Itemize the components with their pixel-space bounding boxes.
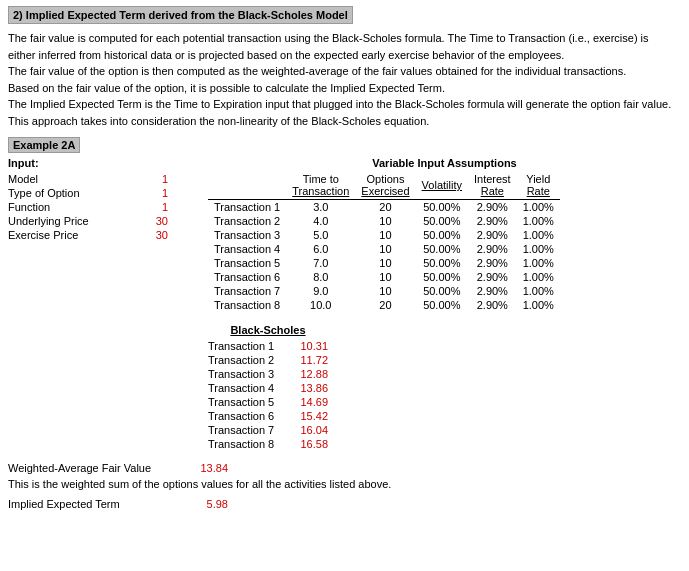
exercise-label: Exercise Price (8, 229, 128, 241)
header-title: 2) Implied Expected Term derived from th… (13, 9, 348, 21)
iet-label: Implied Expected Term (8, 498, 168, 510)
var-row-label: Transaction 1 (208, 200, 286, 215)
bs-row-value: 12.88 (292, 368, 328, 380)
bs-row: Transaction 2 11.72 (208, 354, 328, 366)
weighted-avg-label: Weighted-Average Fair Value (8, 462, 168, 474)
summary-section: Weighted-Average Fair Value 13.84 This i… (8, 462, 681, 510)
function-label: Function (8, 201, 128, 213)
left-inputs-panel: Input: Model 1 Type of Option 1 Function… (8, 157, 208, 312)
bs-row-value: 13.86 (292, 382, 328, 394)
description-block: The fair value is computed for each pote… (8, 30, 681, 129)
var-row-options: 10 (355, 256, 415, 270)
iet-row: Implied Expected Term 5.98 (8, 498, 681, 510)
desc-line-1: The fair value is computed for each pote… (8, 30, 681, 47)
var-row-yield: 1.00% (517, 298, 560, 312)
bs-row: Transaction 7 16.04 (208, 424, 328, 436)
bs-row-label: Transaction 7 (208, 424, 292, 436)
bs-row: Transaction 3 12.88 (208, 368, 328, 380)
bs-row: Transaction 8 16.58 (208, 438, 328, 450)
iet-value: 5.98 (168, 498, 228, 510)
underlying-label: Underlying Price (8, 215, 128, 227)
var-row-time: 6.0 (286, 242, 355, 256)
type-value: 1 (128, 187, 168, 199)
var-row-yield: 1.00% (517, 228, 560, 242)
bs-row-label: Transaction 1 (208, 340, 292, 352)
desc-line-3: The fair value of the option is then com… (8, 63, 681, 80)
var-row-options: 10 (355, 242, 415, 256)
function-value: 1 (128, 201, 168, 213)
var-row-options: 10 (355, 214, 415, 228)
var-row-volatility: 50.00% (416, 284, 468, 298)
var-row-options: 20 (355, 298, 415, 312)
var-row-volatility: 50.00% (416, 298, 468, 312)
var-row-volatility: 50.00% (416, 256, 468, 270)
bs-header: Black-Scholes (208, 324, 328, 336)
bs-row: Transaction 6 15.42 (208, 410, 328, 422)
var-row-volatility: 50.00% (416, 200, 468, 215)
model-label: Model (8, 173, 128, 185)
bs-row-label: Transaction 3 (208, 368, 292, 380)
input-row-underlying: Underlying Price 30 (8, 215, 208, 227)
desc-line-2: either inferred from historical data or … (8, 47, 681, 64)
variable-input-panel: Variable Input Assumptions Time to Trans… (208, 157, 681, 312)
input-row-model: Model 1 (8, 173, 208, 185)
summary-note: This is the weighted sum of the options … (8, 478, 681, 490)
weighted-avg-row: Weighted-Average Fair Value 13.84 (8, 462, 681, 474)
var-row-yield: 1.00% (517, 214, 560, 228)
var-table-row: Transaction 6 8.0 10 50.00% 2.90% 1.00% (208, 270, 560, 284)
var-row-yield: 1.00% (517, 270, 560, 284)
var-row-interest: 2.90% (468, 256, 517, 270)
var-table-row: Transaction 4 6.0 10 50.00% 2.90% 1.00% (208, 242, 560, 256)
var-row-label: Transaction 7 (208, 284, 286, 298)
black-scholes-section: Black-Scholes Transaction 1 10.31 Transa… (8, 324, 681, 452)
bs-row-value: 11.72 (292, 354, 328, 366)
bs-row-value: 15.42 (292, 410, 328, 422)
var-row-yield: 1.00% (517, 256, 560, 270)
var-row-volatility: 50.00% (416, 214, 468, 228)
col-header-volatility: Volatility (416, 173, 468, 200)
var-row-time: 9.0 (286, 284, 355, 298)
desc-line-4: Based on the fair value of the option, i… (8, 80, 681, 97)
bs-row-label: Transaction 4 (208, 382, 292, 394)
bs-row-label: Transaction 5 (208, 396, 292, 408)
var-row-interest: 2.90% (468, 214, 517, 228)
var-row-interest: 2.90% (468, 228, 517, 242)
bs-row: Transaction 4 13.86 (208, 382, 328, 394)
bs-row-value: 10.31 (292, 340, 328, 352)
bs-row-label: Transaction 6 (208, 410, 292, 422)
var-row-options: 10 (355, 284, 415, 298)
var-row-yield: 1.00% (517, 242, 560, 256)
var-table-row: Transaction 2 4.0 10 50.00% 2.90% 1.00% (208, 214, 560, 228)
col-header-interest-rate: Interest Rate (468, 173, 517, 200)
var-table-row: Transaction 8 10.0 20 50.00% 2.90% 1.00% (208, 298, 560, 312)
var-row-time: 5.0 (286, 228, 355, 242)
var-row-time: 7.0 (286, 256, 355, 270)
var-row-label: Transaction 8 (208, 298, 286, 312)
col-header-label (208, 173, 286, 200)
var-row-volatility: 50.00% (416, 270, 468, 284)
var-row-label: Transaction 4 (208, 242, 286, 256)
bs-right-panel: Black-Scholes Transaction 1 10.31 Transa… (208, 324, 328, 452)
var-row-interest: 2.90% (468, 298, 517, 312)
var-row-time: 8.0 (286, 270, 355, 284)
example-label: Example 2A (8, 137, 80, 153)
bs-row-value: 16.58 (292, 438, 328, 450)
var-row-interest: 2.90% (468, 200, 517, 215)
input-section-label: Input: (8, 157, 208, 169)
col-header-time-transaction: Time to Transaction (286, 173, 355, 200)
var-row-label: Transaction 5 (208, 256, 286, 270)
desc-line-5: The Implied Expected Term is the Time to… (8, 96, 681, 113)
var-row-yield: 1.00% (517, 200, 560, 215)
model-value: 1 (128, 173, 168, 185)
bs-row-value: 16.04 (292, 424, 328, 436)
var-row-label: Transaction 3 (208, 228, 286, 242)
type-label: Type of Option (8, 187, 128, 199)
var-row-time: 4.0 (286, 214, 355, 228)
var-row-volatility: 50.00% (416, 228, 468, 242)
bs-left-panel (8, 324, 208, 452)
desc-line-6: This approach takes into consideration t… (8, 113, 681, 130)
input-row-exercise: Exercise Price 30 (8, 229, 208, 241)
var-row-interest: 2.90% (468, 270, 517, 284)
bs-row: Transaction 1 10.31 (208, 340, 328, 352)
variable-input-title: Variable Input Assumptions (208, 157, 681, 169)
